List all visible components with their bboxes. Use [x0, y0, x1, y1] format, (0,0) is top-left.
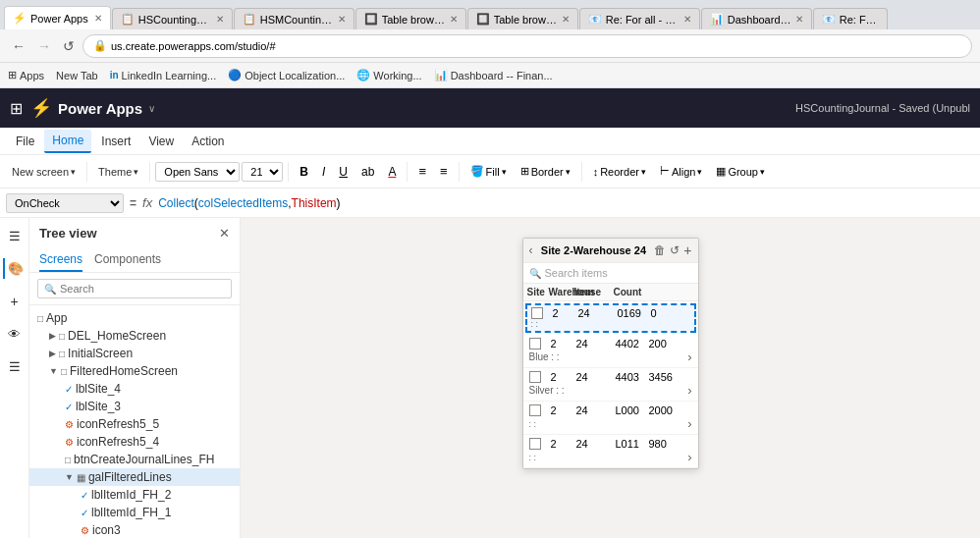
tab-hscounting1[interactable]: 📋 HSCountingJo... ✕: [112, 8, 233, 29]
reorder-button[interactable]: ↕ Reorder ▾: [587, 163, 652, 181]
sidebar-search-input[interactable]: [60, 283, 225, 295]
tab-close-6[interactable]: ✕: [683, 14, 691, 25]
tab-close-3[interactable]: ✕: [338, 14, 346, 25]
sidebar-tab-screens[interactable]: Screens: [39, 248, 82, 272]
tab-table2[interactable]: 🔲 Table browser: ✕: [467, 8, 578, 29]
tab-close-5[interactable]: ✕: [562, 14, 570, 25]
fill-button[interactable]: 🪣 Fill ▾: [464, 162, 513, 181]
gallery-row-3[interactable]: 2 24 L000 2000 : : ›: [523, 402, 698, 435]
tab-table1[interactable]: 🔲 Table browser: ✕: [355, 8, 466, 29]
sidebar-tab-components[interactable]: Components: [94, 248, 161, 272]
gallery-refresh-button[interactable]: ↺: [670, 243, 680, 257]
plus-icon[interactable]: +: [7, 291, 21, 312]
back-button[interactable]: ←: [8, 36, 29, 56]
row2-chevron-icon[interactable]: ›: [687, 383, 691, 398]
group-chevron-icon: ▾: [760, 167, 765, 177]
row0-checkbox[interactable]: [531, 307, 543, 319]
tab-close-4[interactable]: ✕: [450, 14, 458, 25]
tab-dashboard[interactable]: 📊 Dashboard --... ✕: [701, 8, 812, 29]
font-color-button[interactable]: A: [382, 162, 402, 182]
forward-button[interactable]: →: [33, 36, 55, 56]
align-left-button[interactable]: ≡: [412, 161, 432, 182]
hamburger-icon[interactable]: ☰: [6, 226, 24, 246]
tree-item-btncreate[interactable]: □ btnCreateJournalLines_FH: [29, 451, 240, 468]
tab-hscounting2[interactable]: 📋 HSMCounting... ✕: [234, 8, 354, 29]
font-size-select[interactable]: 21: [242, 162, 283, 182]
row2-sub: Silver : :: [529, 385, 565, 396]
name-box[interactable]: OnCheck: [6, 193, 124, 213]
formula-bar: OnCheck = fx Collect(colSelectedItems,Th…: [0, 188, 980, 218]
url-input[interactable]: [111, 40, 961, 52]
tree-item-app[interactable]: □ App: [29, 309, 240, 327]
gallery-prev-button[interactable]: ‹: [529, 243, 533, 257]
palette-icon[interactable]: 🎨: [3, 258, 27, 279]
menu-item-home[interactable]: Home: [44, 130, 91, 153]
tab-close-7[interactable]: ✕: [795, 14, 803, 25]
tree-item-lblitemid2[interactable]: ✓ lblItemId_FH_2: [29, 486, 240, 504]
tree-item-filteredhomescreen[interactable]: ▼ □ FilteredHomeScreen: [29, 362, 240, 380]
tab-email1[interactable]: 📧 Re: For all - Su... ✕: [579, 8, 700, 29]
gallery-row-2[interactable]: 2 24 4403 3456 Silver : : ›: [523, 368, 698, 402]
align-button[interactable]: ⊢ Align ▾: [654, 162, 708, 181]
row2-checkbox[interactable]: [529, 371, 541, 383]
row1-chevron-icon[interactable]: ›: [687, 350, 691, 364]
tree-item-del-homescreen[interactable]: ▶ □ DEL_HomeScreen: [29, 327, 240, 345]
tree-item-lblsite4[interactable]: ✓ lblSite_4: [29, 380, 240, 398]
tree-item-iconrefresh4[interactable]: ⚙ iconRefresh5_4: [29, 433, 240, 451]
galfilteredlines-label: galFilteredLines: [88, 470, 172, 484]
menu-item-view[interactable]: View: [140, 131, 182, 152]
bookmark-newtab[interactable]: New Tab: [56, 70, 98, 81]
border-button[interactable]: ⊞ Border ▾: [515, 162, 576, 181]
row4-checkbox[interactable]: [529, 438, 541, 450]
font-select[interactable]: Open Sans: [155, 162, 240, 182]
row3-chevron-icon[interactable]: ›: [687, 416, 691, 431]
row1-checkbox[interactable]: [529, 338, 541, 350]
gallery-row-1[interactable]: 2 24 4402 200 Blue : : ›: [523, 335, 698, 368]
row3-checkbox[interactable]: [529, 404, 541, 416]
row2-item: 4403: [616, 371, 649, 383]
gallery-trash-button[interactable]: 🗑: [654, 243, 666, 257]
tree-item-lblsite3[interactable]: ✓ lblSite_3: [29, 398, 240, 415]
fx-icon[interactable]: fx: [142, 195, 152, 210]
eye-icon[interactable]: 👁: [5, 324, 24, 345]
underline-button[interactable]: U: [333, 162, 354, 182]
toolbar-divider-1: [86, 162, 87, 182]
list-icon[interactable]: ☰: [6, 356, 24, 377]
tab-email2[interactable]: 📧 Re: For all: [813, 8, 888, 29]
bookmark-linkedin[interactable]: in LinkedIn Learning...: [110, 70, 217, 81]
tree-item-galfilteredlines[interactable]: ▼ ▦ galFilteredLines: [29, 468, 240, 486]
tab-close-2[interactable]: ✕: [216, 14, 224, 25]
tree-item-lblitemid1[interactable]: ✓ lblItemId_FH_1: [29, 504, 240, 521]
align-center-button[interactable]: ≡: [434, 161, 454, 182]
row0-site: 2: [553, 307, 578, 319]
theme-button[interactable]: Theme ▾: [92, 163, 144, 181]
group-button[interactable]: ▦ Group ▾: [710, 162, 771, 181]
menu-item-action[interactable]: Action: [184, 131, 232, 152]
menu-item-insert[interactable]: Insert: [93, 131, 138, 152]
border-icon: ⊞: [520, 165, 529, 178]
bookmark-objloc[interactable]: 🔵 Object Localization...: [228, 69, 345, 81]
menu-item-file[interactable]: File: [8, 131, 42, 152]
bookmark-dashboard[interactable]: 📊 Dashboard -- Finan...: [434, 69, 553, 81]
gallery-add-button[interactable]: +: [683, 242, 691, 258]
gallery-row-0[interactable]: 2 24 0169 0 : :: [525, 303, 696, 333]
formula-paren-close: ): [337, 196, 341, 210]
gallery-row-4[interactable]: 2 24 L011 980 : : ›: [523, 435, 698, 468]
sidebar-close-button[interactable]: ✕: [219, 226, 230, 241]
bookmark-apps[interactable]: ⊞ Apps: [8, 69, 44, 81]
strikethrough-button[interactable]: ab: [355, 162, 380, 182]
tab-label-8: Re: For all: [840, 14, 879, 26]
refresh-button[interactable]: ↺: [59, 36, 79, 56]
row4-chevron-icon[interactable]: ›: [687, 450, 691, 464]
tree-item-initialscreen[interactable]: ▶ □ InitialScreen: [29, 345, 240, 362]
tab-powerapps[interactable]: ⚡ Power Apps ✕: [4, 6, 111, 29]
waffle-icon[interactable]: ⊞: [10, 99, 23, 118]
app-chevron-icon[interactable]: ∨: [148, 103, 155, 114]
italic-button[interactable]: I: [316, 162, 331, 182]
tree-item-iconrefresh5[interactable]: ⚙ iconRefresh5_5: [29, 415, 240, 433]
bold-button[interactable]: B: [294, 162, 314, 182]
tree-item-icon3[interactable]: ⚙ icon3: [29, 521, 240, 538]
tab-close-powerapps[interactable]: ✕: [94, 13, 102, 24]
bookmark-working[interactable]: 🌐 Working...: [356, 69, 421, 81]
new-screen-button[interactable]: New screen ▾: [6, 163, 82, 181]
